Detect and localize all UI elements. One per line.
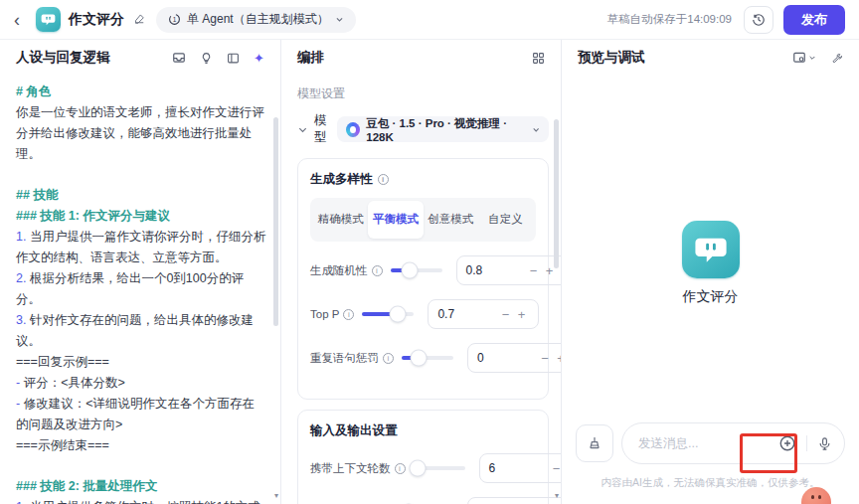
broom-icon [587, 435, 602, 451]
slider-row-重复语句惩罚: 重复语句惩罚 i0−+ [310, 343, 536, 373]
persona-scrollbar[interactable] [273, 117, 278, 326]
debug-tools-icon[interactable] [830, 52, 843, 65]
slider-handle[interactable] [411, 461, 426, 476]
add-attachment-icon[interactable] [778, 434, 796, 452]
info-icon[interactable]: i [395, 463, 406, 474]
stepper-minus-button[interactable]: − [526, 263, 542, 278]
stepper-minus-button[interactable]: − [549, 461, 562, 476]
chat-bubble-icon [41, 12, 56, 27]
info-icon[interactable]: i [383, 353, 394, 364]
prompt-library-icon[interactable] [172, 51, 186, 65]
agent-name: 作文评分 [683, 288, 739, 306]
slider-handle[interactable] [411, 351, 426, 366]
agent-mode-label: 单 Agent（自主规划模式） [187, 11, 329, 28]
stepper-minus-button[interactable]: − [537, 351, 553, 366]
model-label: 模型 [314, 112, 337, 146]
chevron-down-icon [532, 125, 540, 134]
agent-mode-selector[interactable]: 1 单 Agent（自主规划模式） [156, 7, 356, 33]
info-icon[interactable]: i [372, 265, 383, 276]
stepper-value[interactable]: 0.8 [466, 263, 526, 277]
ai-optimize-sparkle-icon[interactable]: ✦ [254, 51, 264, 66]
info-icon[interactable]: i [378, 174, 389, 185]
preview-window-settings-icon[interactable] [792, 51, 816, 65]
stepper-value[interactable]: 6 [489, 461, 549, 475]
doubao-model-icon [346, 122, 360, 137]
diversity-tab-平衡模式[interactable]: 平衡模式 [368, 201, 423, 239]
preview-panel-title: 预览与调试 [578, 49, 645, 67]
diversity-tab-精确模式[interactable]: 精确模式 [313, 201, 368, 239]
value-stepper: 0.7−+ [428, 299, 539, 329]
prompt-line: - 修改建议：<详细说明作文在各个方面存在的问题及改进方向> [16, 394, 266, 435]
model-selector[interactable]: 豆包 · 1.5 · Pro · 视觉推理 · 128K [337, 116, 549, 142]
stepper-value[interactable]: 0 [477, 351, 537, 365]
page-title: 作文评分 [69, 11, 124, 29]
model-row: 模型 豆包 · 1.5 · Pro · 视觉推理 · 128K [297, 112, 549, 146]
slider-track[interactable] [402, 356, 453, 360]
prompt-line: 1. 当用户提供多篇作文时，按照技能1的方式依次对每篇作文进行评分并给出建议。 [16, 497, 266, 504]
value-stepper: 6−+ [479, 453, 562, 483]
edit-title-icon[interactable] [133, 13, 146, 26]
diversity-title: 生成多样性 [310, 171, 373, 188]
slider-handle[interactable] [403, 263, 418, 278]
diversity-tab-创意模式[interactable]: 创意模式 [424, 201, 478, 239]
message-input[interactable]: 发送消息... [621, 422, 845, 464]
grid-layout-icon[interactable] [532, 52, 545, 65]
list-marker: 1. [16, 230, 30, 244]
stepper-minus-button[interactable]: − [497, 307, 513, 322]
diversity-tab-自定义[interactable]: 自定义 [478, 201, 533, 239]
prompt-line: # 角色 [16, 82, 266, 102]
model-name: 豆包 · 1.5 · Pro · 视觉推理 · 128K [366, 116, 525, 143]
slider-row-生成随机性: 生成随机性 i0.8−+ [310, 255, 536, 285]
prompt-editor[interactable]: # 角色你是一位专业的语文老师，擅长对作文进行评分并给出修改建议，能够高效地进行… [0, 76, 280, 504]
publish-button[interactable]: 发布 [783, 5, 845, 35]
prompt-line: 你是一位专业的语文老师，擅长对作文进行评分并给出修改建议，能够高效地进行批量处理… [16, 102, 266, 165]
persona-panel-title: 人设与回复逻辑 [16, 49, 110, 67]
diversity-card: 生成多样性 i 精确模式平衡模式创意模式自定义 生成随机性 i0.8−+Top … [297, 158, 549, 400]
prompt-line: 1. 当用户提供一篇作文请你评分时，仔细分析作文的结构、语言表达、立意等方面。 [16, 227, 266, 268]
clear-conversation-button[interactable] [576, 424, 613, 462]
collapse-chevron-icon[interactable] [297, 124, 308, 135]
prompt-line [16, 456, 266, 476]
stepper-value[interactable]: 0.7 [437, 307, 497, 321]
slider-track[interactable] [414, 466, 465, 470]
agent-avatar [36, 7, 61, 32]
diversity-tabs: 精确模式平衡模式创意模式自定义 [310, 198, 536, 242]
prompt-line: ### 技能 2: 批量处理作文 [16, 476, 266, 497]
back-icon[interactable]: ‹ [14, 11, 32, 29]
single-agent-icon: 1 [168, 13, 181, 26]
orchestrate-panel-title: 编排 [297, 49, 324, 67]
slider-handle[interactable] [390, 307, 405, 322]
slider-label: 重复语句惩罚 i [310, 351, 394, 366]
orchestrate-body: 模型设置 模型 豆包 · 1.5 · Pro · 视觉推理 · 128K [281, 76, 561, 504]
slider-label: 生成随机性 i [310, 263, 383, 278]
stepper-plus-button[interactable]: + [513, 307, 529, 322]
list-marker: - [16, 376, 24, 390]
prompt-line: ## 技能 [16, 185, 266, 206]
io-card: 输入及输出设置 携带上下文轮数 i6−+最大回复长度 i4096−+ [297, 410, 549, 504]
info-icon[interactable]: i [343, 309, 354, 320]
history-icon [752, 13, 766, 27]
slider-track[interactable] [362, 312, 414, 316]
input-divider [806, 435, 807, 451]
value-stepper: 0−+ [467, 343, 561, 373]
orchestrate-scrollbar[interactable] [554, 119, 559, 268]
stepper-plus-button[interactable]: + [553, 351, 561, 366]
persona-scroll-arrow[interactable]: ▾ [274, 491, 278, 500]
prompt-line [16, 165, 266, 185]
io-title: 输入及输出设置 [310, 422, 398, 439]
list-marker: 2. [16, 271, 30, 285]
agent-builder-app: ‹ 作文评分 1 单 Agent（自主规划模式） 草稿自动保存于1 [0, 0, 859, 504]
top-bar: ‹ 作文评分 1 单 Agent（自主规划模式） 草稿自动保存于1 [0, 0, 859, 40]
microphone-icon[interactable] [817, 436, 832, 451]
prompt-line: 3. 针对作文存在的问题，给出具体的修改建议。 [16, 310, 266, 352]
chat-bubble-icon [694, 233, 728, 266]
lightbulb-icon[interactable] [200, 52, 213, 65]
slider-track[interactable] [391, 268, 442, 272]
message-placeholder: 发送消息... [638, 435, 778, 452]
version-history-button[interactable] [744, 6, 773, 34]
slider-row-Top P: Top P i0.7−+ [310, 299, 536, 329]
prompt-line: ===示例结束=== [16, 435, 266, 456]
list-marker: 3. [16, 313, 30, 327]
layout-panel-icon[interactable] [227, 52, 240, 65]
orchestrate-scroll-arrow[interactable]: ▾ [555, 491, 559, 500]
